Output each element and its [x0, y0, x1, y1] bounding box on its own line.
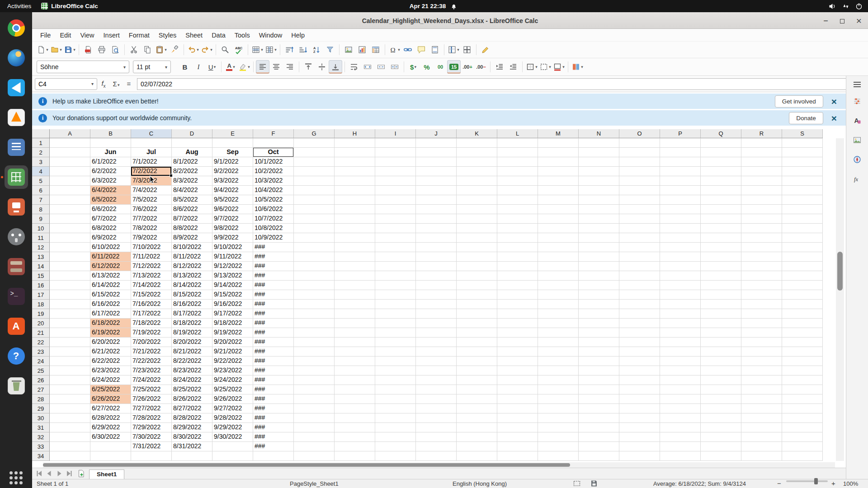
- cell-G5[interactable]: [294, 176, 335, 186]
- activities-button[interactable]: Activities: [7, 3, 31, 9]
- cell-P17[interactable]: [660, 290, 701, 300]
- cell-N4[interactable]: [579, 167, 619, 176]
- cell-E12[interactable]: 9/10/2022: [212, 243, 253, 252]
- cell-H1[interactable]: [335, 138, 375, 148]
- sheet-tab-sheet1[interactable]: Sheet1: [89, 469, 124, 479]
- network-icon[interactable]: [841, 2, 850, 11]
- cell-M5[interactable]: [538, 176, 579, 186]
- cell-K21[interactable]: [457, 328, 497, 338]
- row-header-30[interactable]: 30: [32, 413, 50, 423]
- cell-B7[interactable]: 6/5/2022: [90, 195, 131, 205]
- cell-I29[interactable]: [375, 404, 416, 413]
- cell-C29[interactable]: 7/27/2022: [131, 404, 172, 413]
- cell-H9[interactable]: [335, 214, 375, 224]
- cell-L16[interactable]: [497, 281, 538, 290]
- cell-C26[interactable]: 7/24/2022: [131, 375, 172, 385]
- cell-M32[interactable]: [538, 432, 579, 442]
- cell-D25[interactable]: 8/23/2022: [172, 366, 212, 375]
- cell-Q26[interactable]: [701, 375, 741, 385]
- column-header-P[interactable]: P: [660, 129, 701, 138]
- close-infobar-icon[interactable]: ×: [829, 97, 840, 106]
- cell-I20[interactable]: [375, 319, 416, 328]
- cell-J17[interactable]: [416, 290, 457, 300]
- cell-H34[interactable]: [335, 451, 375, 461]
- center-vertically-button[interactable]: [315, 60, 329, 74]
- cell-H8[interactable]: [335, 205, 375, 214]
- cell-N16[interactable]: [579, 281, 619, 290]
- cell-C12[interactable]: 7/10/2022: [131, 243, 172, 252]
- cell-Q10[interactable]: [701, 224, 741, 233]
- open-button[interactable]: ▾: [49, 43, 63, 56]
- cell-F8[interactable]: 10/6/2022: [253, 205, 294, 214]
- cell-S29[interactable]: [782, 404, 823, 413]
- cell-L14[interactable]: [497, 262, 538, 271]
- column-header-O[interactable]: O: [619, 129, 660, 138]
- increase-indent-button[interactable]: [493, 60, 506, 74]
- cell-M7[interactable]: [538, 195, 579, 205]
- zoom-level[interactable]: 100%: [843, 480, 858, 487]
- align-bottom-button[interactable]: [329, 60, 342, 74]
- cell-J28[interactable]: [416, 394, 457, 404]
- cell-A31[interactable]: [50, 423, 90, 432]
- cell-J4[interactable]: [416, 167, 457, 176]
- cell-A27[interactable]: [50, 385, 90, 394]
- cell-G2[interactable]: [294, 148, 335, 157]
- cell-M2[interactable]: [538, 148, 579, 157]
- cell-J22[interactable]: [416, 338, 457, 347]
- cell-L10[interactable]: [497, 224, 538, 233]
- cell-K15[interactable]: [457, 271, 497, 281]
- cell-D30[interactable]: 8/28/2022: [172, 413, 212, 423]
- cell-C22[interactable]: 7/20/2022: [131, 338, 172, 347]
- cell-J12[interactable]: [416, 243, 457, 252]
- cell-R4[interactable]: [741, 167, 782, 176]
- cell-J18[interactable]: [416, 300, 457, 309]
- cell-C14[interactable]: 7/12/2022: [131, 262, 172, 271]
- cell-S27[interactable]: [782, 385, 823, 394]
- zoom-slider[interactable]: [786, 480, 828, 482]
- cell-B25[interactable]: 6/23/2022: [90, 366, 131, 375]
- borders-button[interactable]: ▾: [525, 60, 538, 74]
- cell-L13[interactable]: [497, 252, 538, 262]
- cell-O14[interactable]: [619, 262, 660, 271]
- cell-I12[interactable]: [375, 243, 416, 252]
- cell-Q13[interactable]: [701, 252, 741, 262]
- cell-M1[interactable]: [538, 138, 579, 148]
- cell-F24[interactable]: ###: [253, 357, 294, 366]
- cell-R23[interactable]: [741, 347, 782, 357]
- row-header-13[interactable]: 13: [32, 252, 50, 262]
- cell-F22[interactable]: ###: [253, 338, 294, 347]
- cell-I7[interactable]: [375, 195, 416, 205]
- zoom-out-button[interactable]: −: [777, 479, 781, 487]
- cell-L18[interactable]: [497, 300, 538, 309]
- cut-button[interactable]: [127, 43, 141, 56]
- document-modified-icon[interactable]: [590, 480, 599, 487]
- unmerge-cells-button[interactable]: [388, 60, 401, 74]
- cell-N11[interactable]: [579, 233, 619, 243]
- cell-J29[interactable]: [416, 404, 457, 413]
- cell-C34[interactable]: [131, 451, 172, 461]
- cell-B16[interactable]: 6/14/2022: [90, 281, 131, 290]
- hyperlink-button[interactable]: [401, 43, 415, 56]
- cell-I18[interactable]: [375, 300, 416, 309]
- cell-R13[interactable]: [741, 252, 782, 262]
- cell-K11[interactable]: [457, 233, 497, 243]
- cell-O15[interactable]: [619, 271, 660, 281]
- cell-I5[interactable]: [375, 176, 416, 186]
- cell-R20[interactable]: [741, 319, 782, 328]
- cell-G22[interactable]: [294, 338, 335, 347]
- cell-E5[interactable]: 9/3/2022: [212, 176, 253, 186]
- cell-B1[interactable]: [90, 138, 131, 148]
- find-replace-button[interactable]: [218, 43, 232, 56]
- vertical-scrollbar[interactable]: [836, 138, 844, 461]
- cell-M9[interactable]: [538, 214, 579, 224]
- cell-I16[interactable]: [375, 281, 416, 290]
- cell-I28[interactable]: [375, 394, 416, 404]
- cell-I32[interactable]: [375, 432, 416, 442]
- menu-insert[interactable]: Insert: [99, 30, 124, 40]
- cell-O34[interactable]: [619, 451, 660, 461]
- trash-dock-icon[interactable]: [5, 374, 28, 398]
- get-involved-button[interactable]: Get involved: [775, 95, 823, 108]
- cell-G3[interactable]: [294, 157, 335, 167]
- cell-L1[interactable]: [497, 138, 538, 148]
- vlc-dock-icon[interactable]: [5, 106, 28, 129]
